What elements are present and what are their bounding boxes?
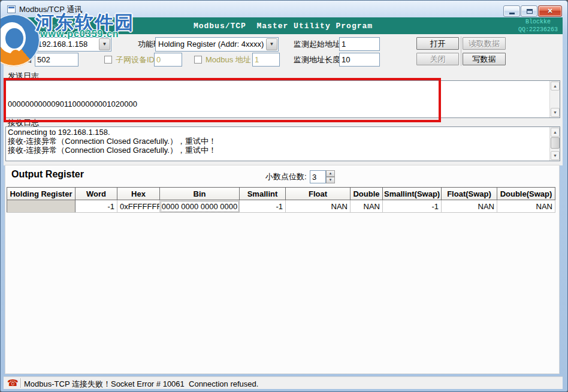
receive-log-textarea[interactable]: Connecting to 192.168.1.158. 接收-连接异常（Con… — [5, 126, 560, 161]
button-divider — [461, 37, 461, 66]
register-table: Holding Register Word Hex Bin Smallint F… — [7, 187, 555, 213]
scroll-down-icon[interactable]: ▼ — [551, 151, 560, 160]
minimize-button[interactable] — [503, 5, 520, 17]
send-log-textarea[interactable]: 000000000009011000000001020000 000000000… — [5, 80, 560, 118]
ip-combobox[interactable]: 192.168.1.158 ▼ — [35, 37, 111, 52]
cell-smallint[interactable]: -1 — [240, 200, 286, 213]
table-row: -1 0xFFFFFFFF 0000 0000 0000 0000 -1 NAN… — [7, 200, 555, 213]
subnet-id-input[interactable] — [154, 53, 182, 67]
close-icon: ✕ — [539, 7, 561, 15]
receive-log-scrollbar[interactable]: ▲ ▼ — [549, 127, 560, 161]
col-double-swap: Double(Swap) — [497, 188, 555, 200]
cell-float[interactable]: NAN — [286, 200, 351, 213]
port-label: 端 口 — [9, 56, 32, 64]
length-input[interactable] — [339, 53, 380, 67]
app-window: Modbus/TCP 通讯 ✕ http://blockke.ys168.com… — [0, 0, 568, 392]
ip-label: IP地址 — [9, 40, 32, 49]
banner-title: Modbus/TCP Master Utility Program — [4, 22, 563, 31]
banner: http://blockke.ys168.com/ Modbus/TCP Mas… — [4, 17, 563, 34]
col-smallint: Smallint — [240, 188, 286, 200]
scroll-down-icon[interactable]: ▼ — [551, 108, 560, 117]
connection-error-icon: ☎ — [7, 378, 19, 388]
scroll-up-icon[interactable]: ▲ — [551, 82, 560, 91]
receive-log-line: 接收-连接异常（Connection Closed Gracefully.），重… — [8, 146, 548, 155]
write-data-button[interactable]: 写数据 — [463, 53, 506, 65]
funccode-dropdown-icon[interactable]: ▼ — [266, 38, 277, 50]
receive-log-label: 接收日志 — [8, 119, 39, 127]
funccode-combobox-value: Holding Register (Addr: 4xxxx) — [158, 40, 265, 49]
subnet-checkbox[interactable] — [104, 56, 112, 64]
cell-bin[interactable]: 0000 0000 0000 0000 — [160, 200, 240, 213]
length-label: 监测地址长度 — [294, 56, 340, 64]
modbus-address-checkbox[interactable] — [194, 56, 202, 64]
title-bar: Modbus/TCP 通讯 ✕ — [1, 1, 568, 17]
col-float: Float — [286, 188, 351, 200]
cell-hex[interactable]: 0xFFFFFFFF — [117, 200, 160, 213]
status-text: Modbus-TCP 连接失败！Socket Error # 10061 Con… — [24, 379, 258, 390]
subnet-label: 子网设备ID — [116, 56, 155, 64]
col-bin: Bin — [160, 188, 240, 200]
banner-author-qq: QQ:22236263 — [518, 26, 558, 34]
minimize-icon — [509, 13, 515, 14]
send-log-scrollbar[interactable]: ▲ ▼ — [549, 81, 560, 117]
start-address-label: 监测起始地址 — [294, 40, 340, 49]
funccode-combobox[interactable]: Holding Register (Addr: 4xxxx) ▼ — [155, 37, 279, 52]
maximize-button[interactable] — [521, 5, 537, 17]
status-bar: ☎ Modbus-TCP 连接失败！Socket Error # 10061 C… — [4, 376, 563, 389]
col-holding-register: Holding Register — [7, 188, 75, 200]
receive-log-line: 接收-连接异常（Connection Closed Gracefully.），重… — [8, 137, 548, 146]
spin-down-icon[interactable]: ▼ — [326, 177, 335, 183]
modbus-address-label: Modbus 地址 — [206, 56, 251, 64]
close-connection-button[interactable]: 关闭 — [416, 53, 459, 65]
app-icon — [7, 5, 16, 13]
receive-log-line: Connecting to 192.168.1.158. — [8, 128, 548, 137]
banner-author: Blockke QQ:22236263 — [518, 18, 558, 34]
banner-author-name: Blockke — [518, 18, 558, 26]
output-title: Output Register — [11, 169, 84, 180]
decimal-places-label: 小数点位数: — [265, 173, 307, 181]
read-data-button[interactable]: 读取数据 — [463, 37, 506, 50]
status-divider — [20, 378, 21, 388]
cell-word[interactable]: -1 — [75, 200, 117, 213]
col-double: Double — [351, 188, 383, 200]
cell-double[interactable]: NAN — [351, 200, 383, 213]
cell-float-swap[interactable]: NAN — [442, 200, 497, 213]
modbus-address-input[interactable] — [252, 53, 280, 67]
scrollbar-thumb[interactable] — [551, 137, 560, 149]
col-smallint-swap: Smallint(Swap) — [383, 188, 442, 200]
col-word: Word — [75, 188, 117, 200]
decimal-places-input[interactable] — [310, 170, 326, 183]
cell-holding-register[interactable] — [7, 200, 75, 213]
cell-smallint-swap[interactable]: -1 — [383, 200, 442, 213]
col-float-swap: Float(Swap) — [442, 188, 497, 200]
spin-up-icon[interactable]: ▲ — [326, 170, 335, 177]
col-hex: Hex — [117, 188, 160, 200]
cell-double-swap[interactable]: NAN — [497, 200, 555, 213]
scroll-up-icon[interactable]: ▲ — [551, 128, 560, 137]
send-log-line: 000000000009011000000001020000 — [8, 99, 548, 108]
send-log-label: 发送日志 — [8, 72, 39, 80]
maximize-icon — [527, 9, 533, 14]
table-header-row: Holding Register Word Hex Bin Smallint F… — [7, 188, 555, 200]
decimal-places-spinner[interactable]: ▲ ▼ — [326, 170, 335, 183]
open-button[interactable]: 打开 — [416, 37, 459, 50]
close-button[interactable]: ✕ — [538, 5, 562, 17]
port-input[interactable] — [35, 53, 78, 67]
start-address-input[interactable] — [339, 37, 380, 51]
ip-combobox-value: 192.168.1.158 — [38, 40, 87, 49]
ip-dropdown-icon[interactable]: ▼ — [99, 38, 110, 50]
window-title: Modbus/TCP 通讯 — [19, 5, 82, 14]
